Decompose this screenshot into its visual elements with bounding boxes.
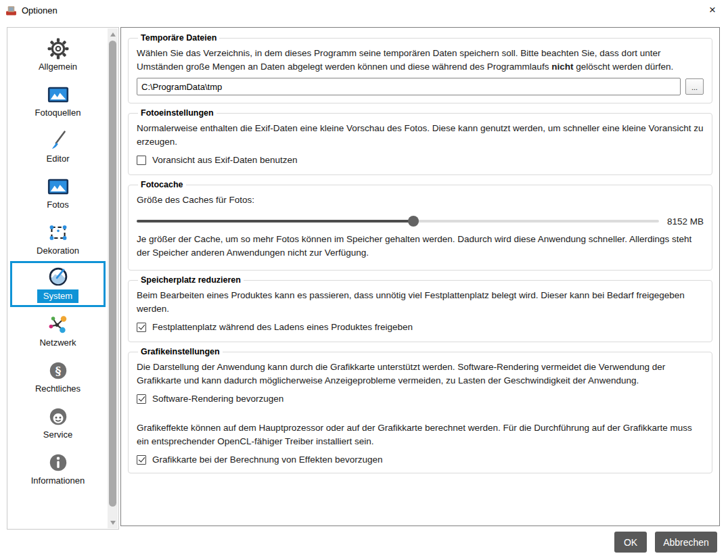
scroll-down-icon[interactable] [108, 517, 118, 528]
sidebar-item-netzwerk[interactable]: Netzwerk [7, 307, 108, 353]
slider-fill [137, 220, 413, 223]
checkbox[interactable] [137, 323, 146, 332]
sidebar-item-dekoration[interactable]: Dekoration [7, 215, 108, 261]
sidebar-scrollbar[interactable] [108, 28, 118, 528]
sidebar-item-label: Netzwerk [39, 337, 76, 348]
selection-icon [47, 221, 70, 244]
scrollbar-thumb[interactable] [109, 41, 116, 507]
checkbox-label: Festplattenplatz während des Ladens eine… [152, 322, 413, 332]
cache-size-label: Größe des Caches für Fotos: [137, 193, 704, 207]
sidebar-item-service[interactable]: Service [7, 399, 108, 445]
slider-thumb[interactable] [408, 216, 419, 227]
checkbox[interactable] [137, 156, 146, 165]
window-title: Optionen [22, 5, 58, 16]
sidebar-item-fotoquellen[interactable]: Fotoquellen [7, 77, 108, 123]
photo-settings-description: Normalerweise enthalten die Exif-Daten e… [137, 122, 704, 149]
sidebar-item-label: System [37, 289, 78, 303]
sidebar-item-system[interactable]: System [10, 261, 106, 307]
scroll-up-icon[interactable] [108, 29, 118, 39]
group-graphics-settings: Grafikeinstellungen Die Darstellung der … [128, 347, 712, 473]
photo-icon [47, 83, 70, 106]
brush-icon [47, 129, 70, 152]
temp-files-description: Wählen Sie das Verzeichnis, in dem diese… [137, 47, 704, 74]
sidebar-item-label: Fotos [47, 200, 69, 210]
software-rendering-checkbox-row[interactable]: Software-Rendering bevorzugen [137, 394, 704, 404]
ok-button[interactable]: OK [614, 532, 647, 553]
app-icon [5, 5, 17, 16]
sidebar-item-label: Allgemein [39, 62, 77, 72]
category-list: Allgemein Fotoquellen [7, 28, 108, 491]
sidebar-item-label: Rechtliches [35, 383, 81, 394]
cache-description: Je größer der Cache, um so mehr Fotos kö… [137, 233, 704, 260]
sidebar-item-allgemein[interactable]: Allgemein [7, 31, 108, 77]
group-title: Fotocache [138, 180, 186, 189]
group-title: Grafikeinstellungen [138, 347, 223, 356]
browse-button[interactable]: ... [685, 78, 704, 95]
info-icon [47, 451, 70, 474]
sidebar-item-rechtliches[interactable]: § Rechtliches [7, 353, 108, 399]
checkbox-label: Voransicht aus Exif-Daten benutzen [152, 155, 298, 165]
cache-size-slider[interactable] [137, 220, 659, 223]
cache-size-value: 8152 MB [667, 216, 704, 227]
exif-preview-checkbox-row[interactable]: Voransicht aus Exif-Daten benutzen [137, 155, 704, 165]
sidebar-item-informationen[interactable]: Informationen [7, 445, 108, 491]
gear-icon [47, 37, 70, 60]
sidebar-item-editor[interactable]: Editor [7, 123, 108, 169]
cache-size-slider-row: 8152 MB [137, 215, 704, 227]
sidebar-item-label: Informationen [31, 475, 85, 486]
graphics-description-2: Grafikeffekte können auf dem Hauptprozes… [137, 421, 704, 448]
group-title: Speicherplatz reduzieren [138, 275, 244, 285]
group-temporary-files: Temporäre Dateien Wählen Sie das Verzeic… [128, 33, 712, 103]
temp-path-row: ... [137, 78, 704, 95]
temp-path-input[interactable] [137, 78, 681, 95]
checkbox-label: Software-Rendering bevorzugen [152, 394, 283, 404]
settings-panel: Temporäre Dateien Wählen Sie das Verzeic… [120, 27, 720, 526]
sidebar-item-label: Editor [47, 154, 70, 164]
sidebar-item-label: Fotoquellen [35, 108, 81, 118]
group-title: Fotoeinstellungen [138, 108, 217, 118]
network-icon [47, 313, 70, 336]
checkbox[interactable] [137, 455, 146, 465]
gauge-icon [47, 265, 70, 288]
photo-icon [47, 175, 70, 198]
checkbox-label: Grafikkarte bei der Berechnung von Effek… [152, 454, 382, 465]
graphics-description-1: Die Darstellung der Anwendung kann durch… [137, 360, 704, 388]
group-title: Temporäre Dateien [138, 33, 219, 43]
support-icon [47, 405, 70, 428]
close-button[interactable]: × [704, 3, 721, 18]
svg-text:§: § [55, 363, 61, 377]
options-window: Optionen × [0, 0, 728, 560]
sidebar-item-label: Dekoration [37, 246, 79, 256]
group-photo-cache: Fotocache Größe des Caches für Fotos: 81… [128, 180, 712, 271]
group-photo-settings: Fotoeinstellungen Normalerweise enthalte… [128, 108, 712, 175]
free-disk-checkbox-row[interactable]: Festplattenplatz während des Ladens eine… [137, 322, 704, 332]
gpu-effects-checkbox-row[interactable]: Grafikkarte bei der Berechnung von Effek… [137, 454, 704, 465]
checkbox[interactable] [137, 394, 146, 404]
group-reduce-disk-space: Speicherplatz reduzieren Beim Bearbeiten… [128, 275, 712, 342]
cancel-button[interactable]: Abbrechen [655, 532, 717, 553]
sidebar-item-label: Service [43, 429, 72, 440]
disk-space-description: Beim Bearbeiten eines Produktes kann es … [137, 289, 704, 316]
titlebar: Optionen × [0, 0, 728, 20]
sidebar-item-fotos[interactable]: Fotos [7, 169, 108, 215]
paragraph-icon: § [47, 359, 70, 382]
category-sidebar: Allgemein Fotoquellen [7, 27, 119, 530]
